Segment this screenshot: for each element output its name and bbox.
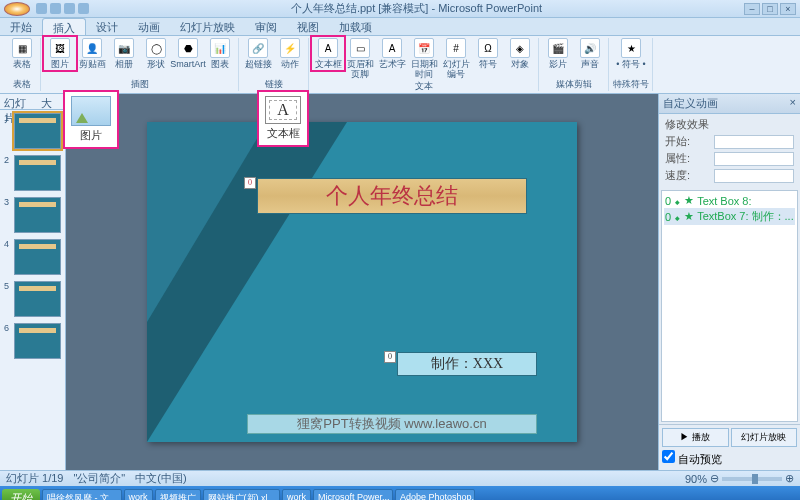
slide-panel: 幻灯片 大纲 123456 [0, 94, 66, 470]
ribbon-剪贴画[interactable]: 👤剪贴画 [77, 38, 107, 69]
taskbar-item[interactable]: Adobe Photoshop... [395, 489, 475, 501]
animation-pane-close-icon[interactable]: × [790, 96, 796, 111]
ribbon-符号[interactable]: Ω符号 [473, 38, 503, 69]
tab-幻灯片放映[interactable]: 幻灯片放映 [170, 18, 245, 35]
ribbon-动作[interactable]: ⚡动作 [275, 38, 305, 69]
zoom-value: 90% [685, 473, 707, 485]
slide-author-textbox[interactable]: 制作：XXX [397, 352, 537, 376]
modify-effect-label: 修改效果 [665, 117, 794, 132]
callout-picture-label: 图片 [71, 128, 111, 143]
ribbon-幻灯片编号[interactable]: #幻灯片编号 [441, 38, 471, 79]
ribbon-艺术字[interactable]: A艺术字 [377, 38, 407, 69]
taskbar-item[interactable]: 唱徐然风靡 - 文... [42, 489, 122, 501]
slide: 个人年终总结 制作：XXX 狸窝PPT转换视频 www.leawo.cn [147, 122, 577, 442]
callout-textbox-label: 文本框 [265, 126, 301, 141]
callout-textbox: A 文本框 [257, 90, 309, 147]
slide-thumb-5[interactable]: 5 [4, 281, 61, 317]
tab-插入[interactable]: 插入 [42, 18, 86, 35]
ribbon-日期和时间[interactable]: 📅日期和时间 [409, 38, 439, 79]
maximize-button[interactable]: □ [762, 3, 778, 15]
tab-开始[interactable]: 开始 [0, 18, 42, 35]
slideshow-button[interactable]: 幻灯片放映 [731, 428, 798, 447]
quick-access-toolbar[interactable] [36, 3, 89, 14]
tab-视图[interactable]: 视图 [287, 18, 329, 35]
picture-icon [71, 96, 111, 126]
status-theme: "公司简介" [73, 471, 125, 486]
ribbon-图片[interactable]: 🖼图片 [45, 38, 75, 69]
taskbar-item[interactable]: work [124, 489, 153, 501]
close-button[interactable]: × [780, 3, 796, 15]
tab-slides[interactable]: 幻灯片 [0, 94, 37, 109]
slide-canvas[interactable]: 个人年终总结 制作：XXX 狸窝PPT转换视频 www.leawo.cn [66, 94, 658, 470]
taskbar-item[interactable]: work [282, 489, 311, 501]
ribbon-形状[interactable]: ◯形状 [141, 38, 171, 69]
status-language: 中文(中国) [135, 471, 186, 486]
tab-outline[interactable]: 大纲 [37, 94, 65, 109]
taskbar-item[interactable]: Microsoft Power... [313, 489, 393, 501]
slide-title-textbox[interactable]: 个人年终总结 [257, 178, 527, 214]
slide-thumb-4[interactable]: 4 [4, 239, 61, 275]
textbox-icon: A [265, 96, 301, 124]
status-bar: 幻灯片 1/19 "公司简介" 中文(中国) 90% ⊖⊕ [0, 470, 800, 486]
office-button[interactable] [4, 2, 30, 16]
zoom-control[interactable]: 90% ⊖⊕ [685, 472, 794, 485]
status-slide-number: 幻灯片 1/19 [6, 471, 63, 486]
slide-thumb-3[interactable]: 3 [4, 197, 61, 233]
slide-thumb-6[interactable]: 6 [4, 323, 61, 359]
ribbon-页眉和页脚[interactable]: ▭页眉和页脚 [345, 38, 375, 79]
ribbon-表格[interactable]: ▦表格 [7, 38, 37, 69]
animation-pane-title: 自定义动画 [663, 96, 718, 111]
tab-设计[interactable]: 设计 [86, 18, 128, 35]
anim-item[interactable]: 0⬥★Text Box 8: [664, 193, 795, 208]
window-title: 个人年终总结.ppt [兼容模式] - Microsoft PowerPoint [89, 1, 744, 16]
tab-审阅[interactable]: 审阅 [245, 18, 287, 35]
slide-watermark: 狸窝PPT转换视频 www.leawo.cn [247, 414, 537, 434]
ribbon-文本框[interactable]: A文本框 [313, 38, 343, 69]
ribbon-图表[interactable]: 📊图表 [205, 38, 235, 69]
tab-加载项[interactable]: 加载项 [329, 18, 382, 35]
play-button[interactable]: ▶ 播放 [662, 428, 729, 447]
ribbon-声音[interactable]: 🔊声音 [575, 38, 605, 69]
taskbar-item[interactable]: 网站推广(新).xl... [203, 489, 281, 501]
ribbon-影片[interactable]: 🎬影片 [543, 38, 573, 69]
anim-item[interactable]: 0⬥★TextBox 7: 制作：... [664, 208, 795, 225]
slide-panel-tabs: 幻灯片 大纲 [0, 94, 65, 110]
taskbar-item[interactable]: 视频推广 [155, 489, 201, 501]
ribbon: ▦表格表格🖼图片👤剪贴画📷相册◯形状⬣SmartArt📊图表插图🔗超链接⚡动作链… [0, 36, 800, 94]
taskbar: 开始 唱徐然风靡 - 文...work视频推广网站推广(新).xl...work… [0, 486, 800, 500]
start-button[interactable]: 开始 [2, 489, 40, 501]
ribbon-对象[interactable]: ◈对象 [505, 38, 535, 69]
ribbon-相册[interactable]: 📷相册 [109, 38, 139, 69]
title-bar: 个人年终总结.ppt [兼容模式] - Microsoft PowerPoint… [0, 0, 800, 18]
animation-pane: 自定义动画× 修改效果 开始:属性:速度: 0⬥★Text Box 8:0⬥★T… [658, 94, 800, 470]
ribbon-• 符号 •[interactable]: ★• 符号 • [616, 38, 646, 69]
work-area: 幻灯片 大纲 123456 个人年终总结 制作：XXX 狸窝PPT转换视频 ww… [0, 94, 800, 470]
ribbon-SmartArt[interactable]: ⬣SmartArt [173, 38, 203, 69]
ribbon-超链接[interactable]: 🔗超链接 [243, 38, 273, 69]
callout-picture: 图片 [63, 90, 119, 149]
slide-thumb-2[interactable]: 2 [4, 155, 61, 191]
tab-动画[interactable]: 动画 [128, 18, 170, 35]
auto-preview-checkbox[interactable]: 自动预览 [662, 453, 722, 465]
window-controls: – □ × [744, 3, 796, 15]
ribbon-tabs: 开始插入设计动画幻灯片放映审阅视图加载项 [0, 18, 800, 36]
animation-list[interactable]: 0⬥★Text Box 8:0⬥★TextBox 7: 制作：... [661, 190, 798, 422]
minimize-button[interactable]: – [744, 3, 760, 15]
